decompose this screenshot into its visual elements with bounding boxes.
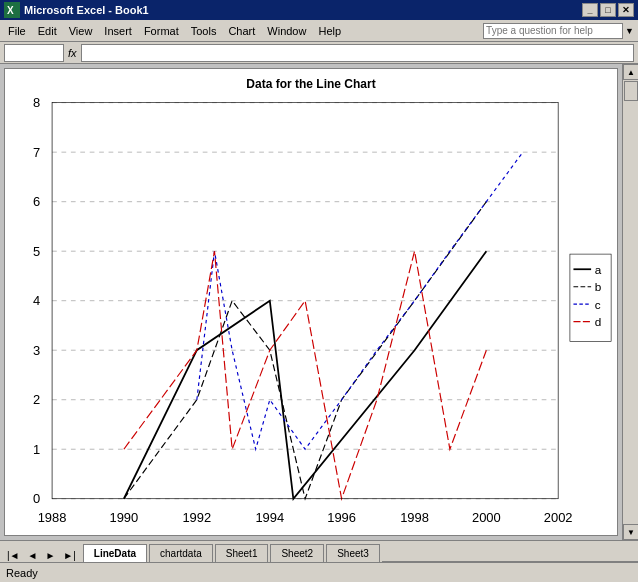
tab-sheet3[interactable]: Sheet3 [326, 544, 380, 562]
vertical-scrollbar: ▲ ▼ [622, 64, 638, 540]
menu-chart[interactable]: Chart [222, 21, 261, 41]
search-arrow[interactable]: ▼ [623, 26, 636, 36]
tab-navigation: |◄ ◄ ► ►| [4, 549, 79, 562]
tab-nav-last[interactable]: ►| [60, 549, 79, 562]
svg-text:2000: 2000 [472, 510, 501, 525]
main-area: Data for the Line Chart 8 7 6 5 4 3 2 1 … [0, 64, 638, 540]
svg-text:7: 7 [33, 145, 40, 160]
svg-text:2: 2 [33, 392, 40, 407]
close-button[interactable]: ✕ [618, 3, 634, 17]
tab-linedata[interactable]: LineData [83, 544, 147, 562]
status-bar: Ready [0, 562, 638, 582]
tab-sheet2[interactable]: Sheet2 [270, 544, 324, 562]
svg-text:1998: 1998 [400, 510, 429, 525]
svg-text:6: 6 [33, 194, 40, 209]
svg-text:2002: 2002 [544, 510, 573, 525]
svg-text:1988: 1988 [38, 510, 67, 525]
svg-text:1: 1 [33, 442, 40, 457]
svg-text:b: b [595, 280, 602, 293]
fx-label: fx [68, 47, 77, 59]
menu-insert[interactable]: Insert [98, 21, 138, 41]
menu-view[interactable]: View [63, 21, 99, 41]
app-icon: X [4, 2, 20, 18]
window-title: Microsoft Excel - Book1 [24, 4, 582, 16]
menu-tools[interactable]: Tools [185, 21, 223, 41]
maximize-button[interactable]: □ [600, 3, 616, 17]
scroll-thumb[interactable] [624, 81, 638, 101]
menu-file[interactable]: File [2, 21, 32, 41]
tab-nav-prev[interactable]: ◄ [25, 549, 41, 562]
svg-text:4: 4 [33, 293, 40, 308]
svg-rect-29 [570, 254, 611, 341]
menu-format[interactable]: Format [138, 21, 185, 41]
menu-edit[interactable]: Edit [32, 21, 63, 41]
tab-nav-first[interactable]: |◄ [4, 549, 23, 562]
svg-text:d: d [595, 315, 602, 328]
svg-text:1992: 1992 [182, 510, 211, 525]
help-search-input[interactable] [483, 23, 623, 39]
menu-window[interactable]: Window [261, 21, 312, 41]
svg-text:1996: 1996 [327, 510, 356, 525]
svg-text:3: 3 [33, 343, 40, 358]
menu-bar: File Edit View Insert Format Tools Chart… [0, 20, 638, 42]
tab-nav-next[interactable]: ► [42, 549, 58, 562]
status-text: Ready [6, 567, 38, 579]
scroll-up-button[interactable]: ▲ [623, 64, 638, 80]
formula-input[interactable] [81, 44, 634, 62]
svg-text:1990: 1990 [109, 510, 138, 525]
title-bar: X Microsoft Excel - Book1 _ □ ✕ [0, 0, 638, 20]
tab-sheet1[interactable]: Sheet1 [215, 544, 269, 562]
minimize-button[interactable]: _ [582, 3, 598, 17]
svg-text:a: a [595, 263, 602, 276]
line-chart: 8 7 6 5 4 3 2 1 0 1988 1990 1992 1994 19… [5, 91, 617, 536]
svg-text:5: 5 [33, 244, 40, 259]
svg-text:1994: 1994 [255, 510, 284, 525]
svg-text:8: 8 [33, 95, 40, 110]
chart-title: Data for the Line Chart [5, 77, 617, 91]
help-search: ▼ [483, 23, 636, 39]
scroll-track [623, 80, 638, 524]
tab-spacer [382, 561, 638, 562]
menu-help[interactable]: Help [312, 21, 347, 41]
tab-chartdata[interactable]: chartdata [149, 544, 213, 562]
name-box[interactable] [4, 44, 64, 62]
tab-bar: |◄ ◄ ► ►| LineData chartdata Sheet1 Shee… [0, 540, 638, 562]
formula-bar: fx [0, 42, 638, 64]
svg-text:X: X [7, 5, 14, 16]
chart-container: Data for the Line Chart 8 7 6 5 4 3 2 1 … [4, 68, 618, 536]
svg-text:c: c [595, 298, 601, 311]
svg-text:0: 0 [33, 491, 40, 506]
scroll-down-button[interactable]: ▼ [623, 524, 638, 540]
window-controls[interactable]: _ □ ✕ [582, 3, 634, 17]
